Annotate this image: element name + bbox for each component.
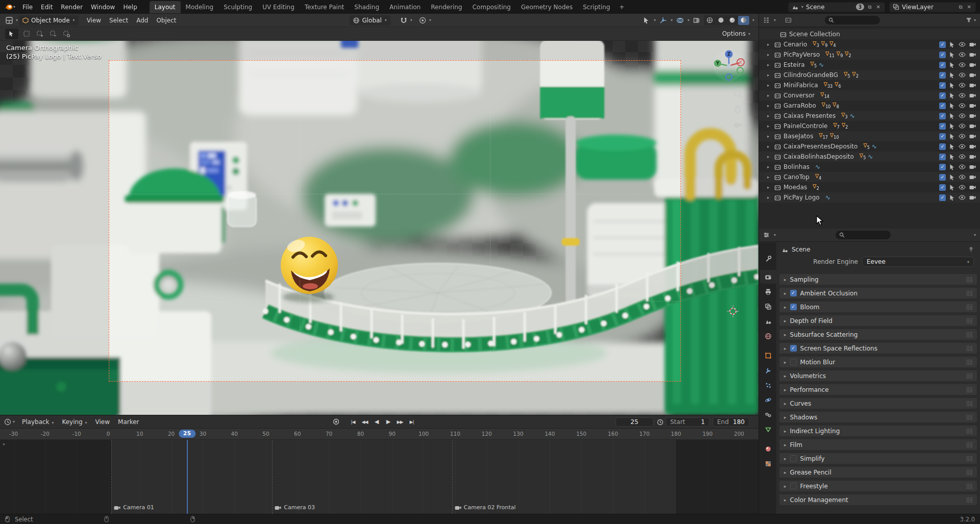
selectable-icon[interactable]	[949, 164, 955, 170]
disclosure-arrow[interactable]: ▸	[767, 144, 770, 149]
viewport-menu-view[interactable]: View	[83, 15, 105, 26]
disable-render-icon[interactable]	[969, 62, 976, 68]
selectable-icon[interactable]	[949, 103, 955, 109]
panel-section[interactable]: ▸ Shadows ⣿⣿	[779, 412, 977, 422]
panel-expand-arrow[interactable]: ▸	[784, 387, 787, 392]
disclosure-arrow[interactable]: ▸	[767, 72, 770, 78]
disable-render-icon[interactable]	[969, 174, 976, 180]
panel-section[interactable]: ▸ Motion Blur ⣿⣿	[779, 357, 977, 367]
exclude-checkbox[interactable]: ✓	[939, 82, 946, 89]
hide-viewport-icon[interactable]	[959, 184, 966, 191]
disclosure-arrow[interactable]: ▸	[767, 164, 770, 169]
selectable-icon[interactable]	[949, 113, 955, 119]
frame-end-field[interactable]: End 180	[713, 417, 749, 427]
outliner-row-scene-collection[interactable]: Scene Collection	[759, 29, 980, 39]
play-button[interactable]: ▶	[383, 417, 394, 427]
section-checkbox[interactable]: ✓	[790, 304, 797, 310]
hide-viewport-icon[interactable]	[959, 82, 966, 89]
exclude-checkbox[interactable]: ✓	[939, 184, 946, 191]
exclude-checkbox[interactable]: ✓	[939, 103, 946, 109]
hide-viewport-icon[interactable]	[959, 41, 966, 48]
outliner-item-label[interactable]: PainelControle	[783, 122, 827, 130]
exclude-checkbox[interactable]: ✓	[939, 52, 946, 58]
panel-grip-icon[interactable]: ⣿⣿	[966, 359, 972, 365]
hide-viewport-icon[interactable]	[959, 133, 966, 140]
workspace-tab-rendering[interactable]: Rendering	[426, 1, 467, 13]
workspace-tab-sculpting[interactable]: Sculpting	[218, 1, 257, 13]
panel-expand-arrow[interactable]: ▸	[784, 291, 787, 296]
panel-expand-arrow[interactable]: ▸	[784, 456, 787, 461]
selectable-icon[interactable]	[949, 52, 955, 58]
panel-expand-arrow[interactable]: ▸	[784, 401, 787, 406]
viewport-canvas[interactable]: Camera Orthographic (25) PicPay Logo | T…	[0, 27, 758, 415]
playhead[interactable]	[187, 440, 188, 514]
disable-render-icon[interactable]	[969, 143, 976, 149]
workspace-tab-geometry-nodes[interactable]: Geometry Nodes	[516, 1, 578, 13]
selectable-icon[interactable]	[949, 133, 955, 140]
outliner-item-label[interactable]: Esteira	[783, 61, 805, 68]
previous-keyframe-button[interactable]: ◀◀	[359, 417, 370, 427]
tool-options-dropdown[interactable]: Options ▾	[719, 29, 753, 38]
disclosure-arrow[interactable]: ▸	[767, 113, 770, 118]
panel-grip-icon[interactable]: ⣿⣿	[966, 277, 972, 282]
panel-expand-arrow[interactable]: ▸	[784, 277, 787, 282]
menu-edit[interactable]: Edit	[37, 2, 57, 13]
outliner-item-label[interactable]: Cenario	[783, 41, 807, 48]
outliner-item-label[interactable]: Bolinhas	[783, 163, 810, 170]
menu-render[interactable]: Render	[57, 2, 87, 13]
panel-section[interactable]: ▸✓ Bloom ⣿⣿	[779, 302, 977, 312]
disable-render-icon[interactable]	[969, 41, 976, 47]
scene-selector[interactable]: ▾ Scene 3 ⧉ ✕	[788, 2, 885, 12]
selectable-icon[interactable]	[949, 194, 955, 201]
exclude-checkbox[interactable]: ✓	[939, 113, 946, 119]
add-workspace-button[interactable]: +	[615, 2, 628, 13]
selectable-icon[interactable]	[949, 154, 955, 160]
properties-search-input[interactable]	[836, 231, 891, 239]
disable-render-icon[interactable]	[969, 164, 976, 170]
mode-selector[interactable]: Object Mode ▾	[19, 15, 79, 26]
properties-tab-modifiers[interactable]	[760, 363, 776, 377]
disable-render-icon[interactable]	[969, 194, 976, 201]
hide-viewport-icon[interactable]	[959, 51, 966, 58]
outliner-item-label[interactable]: BaseJatos	[783, 133, 813, 140]
panel-section[interactable]: ▸ Film ⣿⣿	[779, 439, 977, 450]
disable-render-icon[interactable]	[969, 82, 976, 88]
select-mode-invert-icon[interactable]	[61, 29, 71, 39]
properties-tab-tool[interactable]	[760, 252, 776, 265]
new-viewlayer-icon[interactable]: ⧉	[958, 4, 963, 10]
outliner-row[interactable]: ▸ Bolinhas ∿ ✓	[759, 162, 980, 172]
select-mode-new-icon[interactable]	[21, 29, 32, 39]
panel-section[interactable]: ▸ Volumetrics ⣿⣿	[779, 370, 977, 381]
exclude-checkbox[interactable]: ✓	[939, 143, 946, 150]
use-preview-range-icon[interactable]	[657, 419, 664, 426]
outliner-item-label[interactable]: PicPay Logo	[783, 194, 820, 201]
outliner-search-input[interactable]	[825, 16, 880, 24]
properties-tab-texture[interactable]	[760, 457, 776, 470]
timeline-editor-icon[interactable]	[4, 418, 11, 426]
disable-render-icon[interactable]	[969, 123, 976, 129]
remove-viewlayer-icon[interactable]: ✕	[966, 4, 972, 10]
panel-grip-icon[interactable]: ⣿⣿	[966, 373, 972, 379]
disclosure-arrow[interactable]: ▸	[767, 42, 770, 47]
section-checkbox[interactable]: ✓	[790, 345, 797, 352]
blender-logo-icon[interactable]: ▾	[4, 4, 15, 11]
filter-chevron[interactable]: ▾	[974, 18, 976, 22]
disable-render-icon[interactable]	[969, 52, 976, 58]
panel-expand-arrow[interactable]: ▸	[784, 318, 787, 323]
outliner-row[interactable]: ▸ CaixaPresentesDeposito ∇5∿ ✓	[759, 141, 980, 152]
exclude-checkbox[interactable]: ✓	[939, 92, 946, 99]
panel-expand-arrow[interactable]: ▸	[784, 373, 787, 379]
zoom-tool-icon[interactable]	[733, 89, 743, 99]
viewport-menu-object[interactable]: Object	[152, 15, 180, 26]
select-visibility-icon[interactable]	[641, 15, 651, 26]
selectable-icon[interactable]	[949, 174, 955, 181]
timeline-menu-view[interactable]: View	[91, 416, 114, 428]
auto-keying-button[interactable]	[331, 417, 341, 427]
timeline-marker[interactable]: Camera 02 Frontal	[455, 504, 516, 511]
workspace-tab-modeling[interactable]: Modeling	[181, 1, 219, 13]
timeline-menu-marker[interactable]: Marker	[114, 416, 143, 428]
outliner-editor-icon[interactable]	[763, 17, 770, 23]
panel-expand-arrow[interactable]: ▸	[784, 360, 787, 365]
outliner-row[interactable]: ▸ PicPayVerso ∇11∇9∇2 ✓	[759, 49, 980, 60]
outliner-item-label[interactable]: GarraRobo	[783, 102, 816, 109]
